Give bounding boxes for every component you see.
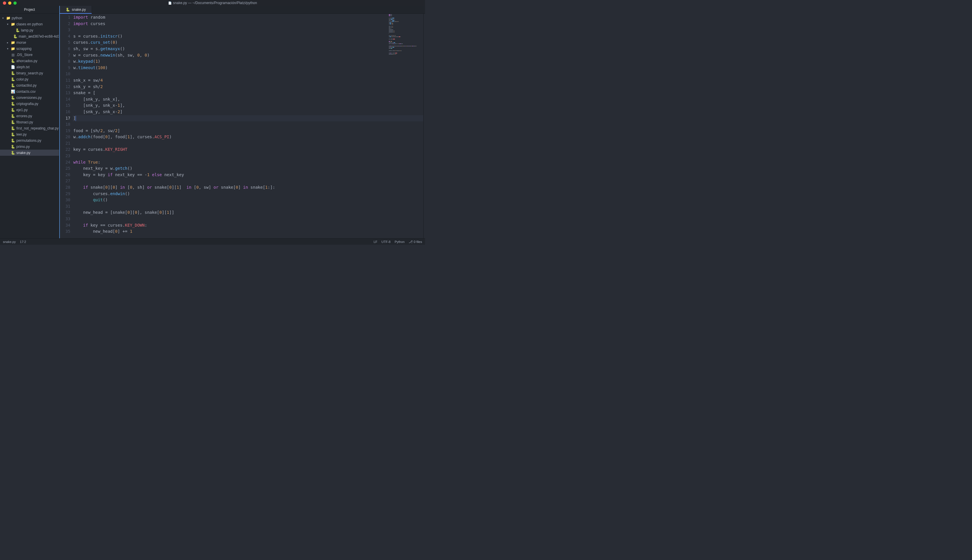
tree-file[interactable]: 🐍conversiones.py: [0, 95, 59, 101]
code-line[interactable]: new_head = [snake[0][0], snake[0][1]]: [73, 209, 425, 216]
tree-folder[interactable]: ▾📁scrapping: [0, 45, 59, 52]
tree-file[interactable]: 🐍errores.py: [0, 113, 59, 119]
code-line[interactable]: [73, 140, 425, 147]
tree-folder[interactable]: ▸📁morse: [0, 39, 59, 45]
code-line[interactable]: [73, 203, 425, 210]
status-language[interactable]: Python: [395, 240, 404, 243]
window-title: 📄 snake.py — ~/Documents/Programación/Pl…: [168, 1, 257, 5]
gutter-line-number: 27: [60, 178, 70, 184]
minimize-window-button[interactable]: [8, 2, 12, 5]
tree-item-label: snake.py: [16, 151, 30, 155]
code-line[interactable]: [73, 153, 425, 159]
gutter-line-number: 2: [60, 21, 70, 27]
py-icon: 🐍: [11, 145, 15, 149]
gutter-line-number: 3: [60, 27, 70, 33]
py-icon: 🐍: [13, 34, 17, 38]
tree-file[interactable]: ▦.DS_Store: [0, 52, 59, 58]
tree-file[interactable]: 🐍leer.py: [0, 131, 59, 137]
tree-item-label: contacts.csv: [16, 90, 36, 93]
status-filename[interactable]: snake.py: [3, 240, 16, 243]
code-line[interactable]: quit(): [73, 197, 425, 203]
sidebar-header-label: Project: [24, 8, 35, 12]
code-line[interactable]: snk_y = sh/2: [73, 84, 425, 90]
status-encoding[interactable]: UTF-8: [381, 240, 391, 243]
code-line[interactable]: sh, sw = s.getmaxyx(): [73, 46, 425, 52]
code-line[interactable]: w = curses.newwin(sh, sw, 0, 0): [73, 52, 425, 58]
tree-file[interactable]: 🐍contactlist.py: [0, 82, 59, 88]
code-line[interactable]: if snake[0][0] in [0, sh] or snake[0][1]…: [73, 184, 425, 191]
python-icon: 🐍: [66, 8, 70, 12]
tree-file[interactable]: 🐍first_not_repeating_char.py: [0, 125, 59, 131]
code-line[interactable]: [73, 71, 425, 77]
py-icon: 🐍: [15, 28, 20, 32]
tree-folder[interactable]: ▾📁python: [0, 15, 59, 21]
code-line[interactable]: curses.curs_set(0): [73, 39, 425, 46]
code-line[interactable]: food = [sh/2, sw/2]: [73, 128, 425, 134]
tree-file[interactable]: 🐍permutations.py: [0, 137, 59, 143]
code-line[interactable]: w.timeout(100): [73, 65, 425, 71]
code-line[interactable]: w.addch(food[0], food[1], curses.ACS_PI): [73, 134, 425, 140]
tree-file[interactable]: 🐍binary_search.py: [0, 70, 59, 76]
tree-file[interactable]: 🐍lamp.py: [0, 27, 59, 33]
code-line[interactable]: snk_x = sw/4: [73, 77, 425, 84]
status-line-ending[interactable]: LF: [374, 240, 377, 243]
status-git[interactable]: ⎇ 0 files: [409, 240, 422, 244]
gutter-line-number: 7: [60, 52, 70, 58]
code-line[interactable]: [snk_y, snk_x-2]: [73, 109, 425, 115]
text-cursor: [75, 116, 76, 121]
gutter-line-number: 28: [60, 184, 70, 191]
py-icon: 🐍: [11, 77, 15, 82]
code-line[interactable]: import random: [73, 14, 425, 21]
gutter-line-number: 33: [60, 216, 70, 222]
code-line[interactable]: s = curses.initscr(): [73, 33, 425, 40]
code-line[interactable]: [73, 178, 425, 184]
py-icon: 🐍: [11, 120, 15, 124]
py-icon: 🐍: [11, 138, 15, 143]
editor-right-edge: [423, 14, 425, 238]
gutter-line-number: 9: [60, 65, 70, 71]
tree-file[interactable]: 🐍color.py: [0, 76, 59, 82]
py-icon: 🐍: [11, 126, 15, 130]
code-line[interactable]: key = curses.KEY_RIGHT: [73, 147, 425, 153]
status-cursor-position[interactable]: 17:2: [20, 240, 26, 243]
code-line[interactable]: snake = [: [73, 90, 425, 96]
tree-file[interactable]: 📊contacts.csv: [0, 88, 59, 95]
code-line[interactable]: new_head[0] += 1: [73, 228, 425, 235]
tree-folder[interactable]: ▾📁clases en python: [0, 21, 59, 27]
maximize-window-button[interactable]: [13, 2, 17, 5]
code-line[interactable]: [73, 27, 425, 33]
code-line[interactable]: w.keypad(1): [73, 58, 425, 65]
tree-file[interactable]: 🐍main_aed367e0-ec68-4d3: [0, 33, 59, 39]
gutter-line-number: 30: [60, 197, 70, 203]
chevron-down-icon: ▾: [7, 23, 9, 26]
tree-item-label: aleph.txt: [16, 65, 30, 69]
code-line[interactable]: key = key if next_key == -1 else next_ke…: [73, 172, 425, 178]
tree-file[interactable]: 🐍primo.py: [0, 143, 59, 150]
code-line[interactable]: import curses: [73, 21, 425, 27]
gutter-line-number: 19: [60, 128, 70, 134]
close-window-button[interactable]: [3, 2, 6, 5]
code-line[interactable]: if key == curses.KEY_DOWN:: [73, 222, 425, 229]
tree-file[interactable]: 🐍fibonaci.py: [0, 119, 59, 125]
tree-file[interactable]: 🐍criptografia.py: [0, 101, 59, 107]
code-line[interactable]: [snk_y, snk_x],: [73, 96, 425, 103]
editor[interactable]: 1234567891011121314151617181920212223242…: [60, 14, 425, 238]
gutter-line-number: 4: [60, 33, 70, 40]
code-line[interactable]: [73, 216, 425, 222]
code-line[interactable]: [73, 121, 425, 128]
tree-item-label: fibonaci.py: [16, 120, 33, 124]
code-line[interactable]: [snk_y, snk_x-1],: [73, 102, 425, 109]
folder-icon: 📁: [11, 22, 15, 26]
code-line[interactable]: while True:: [73, 159, 425, 166]
code-content[interactable]: import randomimport cursess = curses.ini…: [73, 14, 425, 238]
file-tree[interactable]: ▾📁python▾📁clases en python🐍lamp.py🐍main_…: [0, 14, 59, 238]
tree-file[interactable]: 🐍snake.py: [0, 150, 59, 156]
code-line[interactable]: ]: [73, 115, 425, 122]
code-line[interactable]: curses.endwin(): [73, 191, 425, 197]
code-line[interactable]: next_key = w.getch(): [73, 165, 425, 172]
tree-file[interactable]: 🐍eje1.py: [0, 107, 59, 113]
tab-snake[interactable]: 🐍 snake.py: [60, 6, 92, 13]
tree-file[interactable]: 🐍ahorcados.py: [0, 58, 59, 64]
sidebar: Project ▾📁python▾📁clases en python🐍lamp.…: [0, 6, 59, 238]
tree-file[interactable]: 📄aleph.txt: [0, 64, 59, 70]
